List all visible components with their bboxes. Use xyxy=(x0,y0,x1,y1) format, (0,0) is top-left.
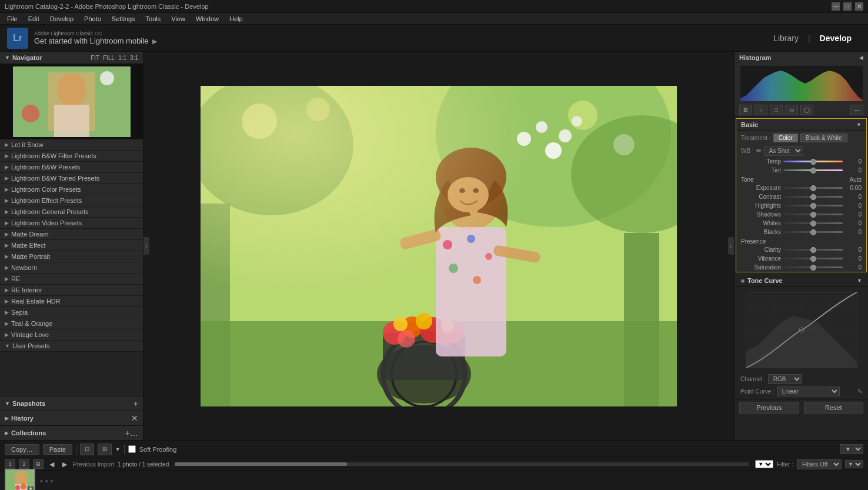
wb-picker-icon[interactable]: ✏ xyxy=(756,147,762,155)
preset-group-header-matteportrait[interactable]: ▶ Matte Portrait xyxy=(0,251,143,262)
left-panel-collapse-icon[interactable]: ‹ xyxy=(143,237,149,255)
preset-group-header-bw[interactable]: ▶ Lightroom B&W Presets xyxy=(0,162,143,172)
toolbar-dropdown-arrow[interactable]: ▼ xyxy=(115,446,121,452)
contrast-slider-track[interactable] xyxy=(783,196,843,198)
paste-button[interactable]: Paste xyxy=(43,444,72,455)
menu-settings[interactable]: Settings xyxy=(107,14,140,24)
preset-group-header-re[interactable]: ▶ RE xyxy=(0,274,143,284)
filmstrip-view-1-icon[interactable]: 1 xyxy=(5,459,15,469)
round-icon[interactable]: ◯ xyxy=(800,105,813,115)
navigator-collapse-icon[interactable]: ▼ xyxy=(5,55,10,61)
preset-group-header-bwtoned[interactable]: ▶ Lightroom B&W Toned Presets xyxy=(0,173,143,184)
preset-group-header-general[interactable]: ▶ Lightroom General Presets xyxy=(0,206,143,217)
contrast-slider-thumb[interactable] xyxy=(810,194,816,200)
filmstrip-next-icon[interactable]: ▶ xyxy=(60,459,69,469)
shadows-slider-track[interactable] xyxy=(783,214,843,215)
preset-group-header-vintagelove[interactable]: ▶ Vintage Love xyxy=(0,329,143,340)
nav-develop[interactable]: Develop xyxy=(810,31,861,45)
exposure-slider-thumb[interactable] xyxy=(810,185,816,191)
minimize-button[interactable]: — xyxy=(832,2,840,11)
blacks-slider-thumb[interactable] xyxy=(810,229,816,235)
collections-section-header[interactable]: ▶ Collections +… xyxy=(0,425,143,440)
mobile-cta[interactable]: Get started with Lightroom mobile xyxy=(34,36,148,45)
clarity-slider-thumb[interactable] xyxy=(810,247,816,253)
tone-curve-collapse-icon[interactable]: ▼ xyxy=(857,278,862,284)
vibrance-slider-thumb[interactable] xyxy=(810,256,816,262)
rect-icon[interactable]: ▭ xyxy=(785,105,798,115)
preset-group-header-matteeffect[interactable]: ▶ Matte Effect xyxy=(0,240,143,251)
histogram-collapse-icon[interactable]: ◀ xyxy=(859,55,863,61)
wb-select[interactable]: As Shot Auto Daylight Cloudy Custom xyxy=(764,146,803,156)
menu-edit[interactable]: Edit xyxy=(24,14,44,24)
snapshots-add-icon[interactable]: + xyxy=(133,399,138,408)
preset-group-header-effect[interactable]: ▶ Lightroom Effect Presets xyxy=(0,195,143,206)
copy-button[interactable]: Copy… xyxy=(5,444,39,455)
temp-slider-track[interactable] xyxy=(783,161,843,162)
menu-tools[interactable]: Tools xyxy=(141,14,166,24)
minus-icon[interactable]: — xyxy=(850,105,863,115)
tc-point-curve-select[interactable]: Linear Medium Contrast Strong Contrast xyxy=(777,386,840,396)
history-close-icon[interactable]: ✕ xyxy=(131,414,138,423)
snapshots-section-header[interactable]: ▼ Snapshots + xyxy=(0,396,143,411)
preset-group-header-userpresets[interactable]: ▼ User Presets xyxy=(0,341,143,351)
tone-curve-target-icon[interactable]: ◉ xyxy=(740,278,745,284)
preset-group-header-video[interactable]: ▶ Lightroom Video Presets xyxy=(0,218,143,228)
soft-proof-checkbox[interactable] xyxy=(128,445,136,453)
zoom-fill[interactable]: FILL xyxy=(103,55,115,61)
collections-add-icon[interactable]: +… xyxy=(125,428,138,438)
menu-photo[interactable]: Photo xyxy=(79,14,106,24)
filmstrip-sort-select[interactable]: ▼ xyxy=(755,460,773,468)
grid-view-icon[interactable]: ⊞ xyxy=(98,444,112,455)
filmstrip-prev-icon[interactable]: ◀ xyxy=(47,459,56,469)
preset-group-header-tealorange[interactable]: ▶ Teal & Orange xyxy=(0,318,143,329)
filmstrip-view-2-icon[interactable]: 2 xyxy=(19,459,29,469)
right-panel-collapse-icon[interactable]: › xyxy=(728,237,734,255)
tc-channel-select[interactable]: RGB Red Green Blue xyxy=(768,374,802,384)
filter-options-select[interactable]: ▼ xyxy=(845,460,863,468)
close-button[interactable]: ✕ xyxy=(855,2,863,11)
tint-slider-track[interactable] xyxy=(783,169,843,171)
menu-window[interactable]: Window xyxy=(191,14,223,24)
tone-curve-canvas[interactable] xyxy=(746,292,857,368)
vibrance-slider-track[interactable] xyxy=(783,258,843,259)
history-section-header[interactable]: ▶ History ✕ xyxy=(0,411,143,425)
clarity-slider-track[interactable] xyxy=(783,249,843,251)
auto-button[interactable]: Auto xyxy=(849,176,862,183)
zoom-1-1[interactable]: 1:1 xyxy=(118,55,126,61)
preset-group-header-realestatehdr[interactable]: ▶ Real Estate HDR xyxy=(0,296,143,306)
preset-group-header-color[interactable]: ▶ Lightroom Color Presets xyxy=(0,184,143,195)
preset-group-header-sepia[interactable]: ▶ Sepia xyxy=(0,307,143,318)
preset-group-header-bwfilter[interactable]: ▶ Lightroom B&W Filter Presets xyxy=(0,151,143,161)
preset-group-header-reinterior[interactable]: ▶ RE Interior xyxy=(0,285,143,295)
preset-group-header-letitsnow[interactable]: ▶ Let it Snow xyxy=(0,139,143,150)
crop-tool-icon[interactable]: ⊡ xyxy=(80,444,94,455)
highlights-slider-track[interactable] xyxy=(783,205,843,206)
grid-icon[interactable]: ⊞ xyxy=(739,105,752,115)
temp-slider-thumb[interactable] xyxy=(810,159,816,165)
circle-icon[interactable]: ○ xyxy=(755,105,767,115)
shadows-slider-thumb[interactable] xyxy=(810,212,816,218)
exposure-slider-track[interactable] xyxy=(783,187,843,189)
basic-collapse-icon[interactable]: ▼ xyxy=(856,122,862,128)
menu-view[interactable]: View xyxy=(166,14,190,24)
whites-slider-thumb[interactable] xyxy=(810,221,816,226)
blacks-slider-track[interactable] xyxy=(783,231,843,233)
menu-help[interactable]: Help xyxy=(225,14,248,24)
zoom-fit[interactable]: FIT xyxy=(91,55,99,61)
nav-library[interactable]: Library xyxy=(764,31,808,45)
preset-group-header-mattedream[interactable]: ▶ Matte Dream xyxy=(0,229,143,239)
black-white-button[interactable]: Black & White xyxy=(800,134,847,142)
filmstrip-thumbnail[interactable]: ⊕ xyxy=(5,469,35,491)
saturation-slider-thumb[interactable] xyxy=(810,265,816,271)
menu-file[interactable]: File xyxy=(2,14,22,24)
preset-group-header-newborn[interactable]: ▶ Newborn xyxy=(0,262,143,273)
saturation-slider-track[interactable] xyxy=(783,266,843,268)
reset-button[interactable]: Reset xyxy=(804,402,864,414)
filter-select[interactable]: Filters Off Flagged Unflagged xyxy=(797,459,842,469)
previous-button[interactable]: Previous xyxy=(739,402,799,414)
menu-develop[interactable]: Develop xyxy=(45,14,78,24)
square-icon[interactable]: □ xyxy=(770,105,783,115)
maximize-button[interactable]: □ xyxy=(843,2,852,11)
color-button[interactable]: Color xyxy=(773,134,798,142)
zoom-3-1[interactable]: 3:1 xyxy=(130,55,138,61)
